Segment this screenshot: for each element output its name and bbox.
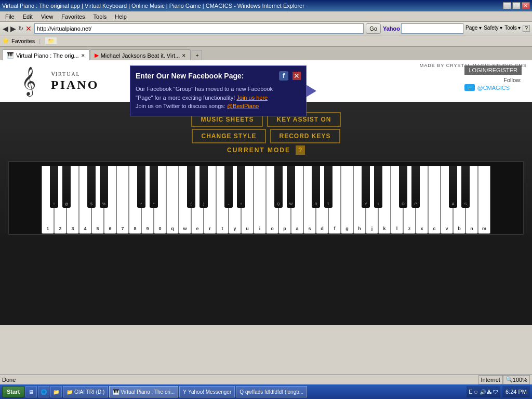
new-tab-button[interactable]: + xyxy=(192,50,202,60)
black-key-label-5: * xyxy=(153,202,155,206)
taskbar: Start 🖥 🌐 📁 📁 GIAI TRI (D:) 🎹 Virtual Pi… xyxy=(0,384,532,399)
black-key-4[interactable]: ^ xyxy=(137,166,145,208)
key-label-t: t xyxy=(222,227,223,231)
favorites-icon: ⭐ xyxy=(2,37,9,44)
fb-icon: f xyxy=(279,71,288,81)
taskbar-clock: 6:24 PM xyxy=(502,386,530,397)
taskbar-yahoo-icon: Y xyxy=(183,389,187,395)
taskbar-vp-btn[interactable]: 🎹 Virtual Piano : The ori... xyxy=(109,386,178,397)
black-key-2[interactable]: $ xyxy=(87,166,96,208)
white-key-g[interactable]: g xyxy=(341,166,353,234)
menu-view[interactable]: View xyxy=(37,14,58,20)
yahoo-label: Yahoo xyxy=(383,25,400,32)
key-label-g: g xyxy=(345,227,349,231)
white-key-i[interactable]: i xyxy=(254,166,266,234)
tab-virtualpiano[interactable]: 🎹 Virtual Piano : The orig... ✕ xyxy=(2,49,90,61)
change-style-button[interactable]: CHANGE STYLE xyxy=(192,129,265,143)
key-label-y: y xyxy=(233,227,236,231)
black-key-9[interactable]: + xyxy=(237,166,245,208)
address-bar[interactable] xyxy=(34,23,364,34)
menu-edit[interactable]: Edit xyxy=(19,14,37,20)
black-key-11[interactable]: W xyxy=(287,166,295,208)
restore-button[interactable]: ❐ xyxy=(512,2,521,9)
minimize-button[interactable]: _ xyxy=(503,2,511,9)
go-button[interactable]: Go xyxy=(366,23,381,34)
menu-help[interactable]: Help xyxy=(111,14,131,20)
black-key-6[interactable]: ( xyxy=(187,166,195,208)
page-menu[interactable]: Page ▾ xyxy=(466,25,482,32)
white-key-q[interactable]: q xyxy=(166,166,179,234)
tab-close-2[interactable]: ✕ xyxy=(182,53,186,58)
status-bar: Done Internet 🔍 100% xyxy=(0,374,532,384)
help-btn[interactable]: ? xyxy=(523,25,530,32)
favorites-label[interactable]: Favorites xyxy=(11,38,35,44)
black-key-1[interactable]: @ xyxy=(62,166,71,208)
forward-button[interactable]: ▶ xyxy=(10,24,17,33)
piano-keys-container: 1234567890qwertyuiopasdfghjklzxcvbnm!@$%… xyxy=(8,161,524,235)
popup-join-link[interactable]: Join us here xyxy=(236,95,268,101)
tab-close-1[interactable]: ✕ xyxy=(81,53,85,58)
back-button[interactable]: ◀ xyxy=(2,24,9,33)
vp-header-right: LOGIN/REGISTER Follow: 🐦 @CMAGICS xyxy=(464,65,522,91)
black-key-label-4: ^ xyxy=(140,202,142,206)
black-key-13[interactable]: T xyxy=(324,166,332,208)
key-label-4: 4 xyxy=(84,227,86,231)
facebook-popup: Enter Our New Facebook Page: f ✕ Our Fac… xyxy=(130,65,307,116)
logo-image: 𝄞 xyxy=(10,64,47,98)
stop-button[interactable]: ✕ xyxy=(25,24,32,33)
menu-tools[interactable]: Tools xyxy=(89,14,111,20)
current-mode-bar: CURRENT MODE ? xyxy=(8,145,524,155)
start-button[interactable]: Start xyxy=(2,386,24,397)
black-key-14[interactable]: Y xyxy=(362,166,370,208)
black-key-label-13: T xyxy=(327,202,329,206)
search-area: Yahoo xyxy=(383,23,463,34)
popup-close-button[interactable]: ✕ xyxy=(292,72,301,80)
key-label-f: f xyxy=(334,227,336,231)
internet-text: Internet xyxy=(481,377,500,383)
black-key-0[interactable]: ! xyxy=(50,166,58,208)
mode-question-button[interactable]: ? xyxy=(296,145,305,155)
menu-favorites[interactable]: Favorites xyxy=(57,14,89,20)
search-input[interactable] xyxy=(401,23,463,34)
logo-piano-text: PIANO xyxy=(51,78,99,91)
black-key-12[interactable]: R xyxy=(312,166,320,208)
record-keys-button[interactable]: RECORD KEYS xyxy=(270,129,340,143)
black-key-label-15: I xyxy=(378,202,379,206)
white-key-c[interactable]: c xyxy=(428,166,441,234)
safety-menu[interactable]: Safety ▾ xyxy=(484,25,502,32)
taskbar-yahoo-btn[interactable]: Y Yahoo! Messenger xyxy=(179,386,235,397)
taskbar-giai-tri[interactable]: 📁 GIAI TRI (D:) xyxy=(63,386,108,397)
menu-file[interactable]: File xyxy=(1,14,19,20)
black-key-3[interactable]: % xyxy=(100,166,108,208)
taskbar-quick-icon-1[interactable]: 🖥 xyxy=(25,386,37,397)
keys-inner: 1234567890qwertyuiopasdfghjklzxcvbnm!@$%… xyxy=(42,166,490,234)
popup-twitter-handle[interactable]: @BestPiano xyxy=(227,103,259,109)
taskbar-quick-icon-2[interactable]: 🌐 xyxy=(38,386,49,397)
taskbar-giai-icon: 📁 xyxy=(66,389,73,395)
popup-box: Enter Our New Facebook Page: f ✕ Our Fac… xyxy=(130,65,307,116)
tools-menu[interactable]: Tools ▾ xyxy=(504,25,521,32)
black-key-19[interactable]: S xyxy=(461,166,470,208)
key-label-z: z xyxy=(408,227,411,231)
black-key-16[interactable]: O xyxy=(399,166,407,208)
taskbar-quick-icon-3[interactable]: 📁 xyxy=(50,386,62,397)
key-label-6: 6 xyxy=(109,227,111,231)
black-key-5[interactable]: * xyxy=(150,166,158,208)
black-key-15[interactable]: I xyxy=(374,166,382,208)
browser-content: 𝄞 V IRTUAL PIANO LOGIN/REGISTER xyxy=(0,60,532,325)
tab-icon-1: 🎹 xyxy=(7,52,14,59)
taskbar-qwffads-label: qwffads fdfdfdfdf (longtr... xyxy=(245,389,303,395)
black-key-7[interactable]: ) xyxy=(200,166,208,208)
zoom-label: 100% xyxy=(513,377,527,383)
close-button[interactable]: ✕ xyxy=(522,2,530,9)
twitter-handle[interactable]: @CMAGICS xyxy=(477,85,510,91)
black-key-17[interactable]: P xyxy=(411,166,420,208)
refresh-button[interactable]: ↻ xyxy=(18,24,24,33)
taskbar-qwffads-btn[interactable]: Q qwffads fdfdfdfdf (longtr... xyxy=(236,386,307,397)
black-key-10[interactable]: Q xyxy=(274,166,283,208)
white-key-m[interactable]: m xyxy=(478,166,490,234)
black-key-8[interactable]: - xyxy=(224,166,233,208)
white-key-7[interactable]: 7 xyxy=(116,166,129,234)
tab-youtube[interactable]: ▶ Michael Jacksons Beat it. Virt... ✕ xyxy=(90,49,191,61)
black-key-18[interactable]: A xyxy=(449,166,457,208)
